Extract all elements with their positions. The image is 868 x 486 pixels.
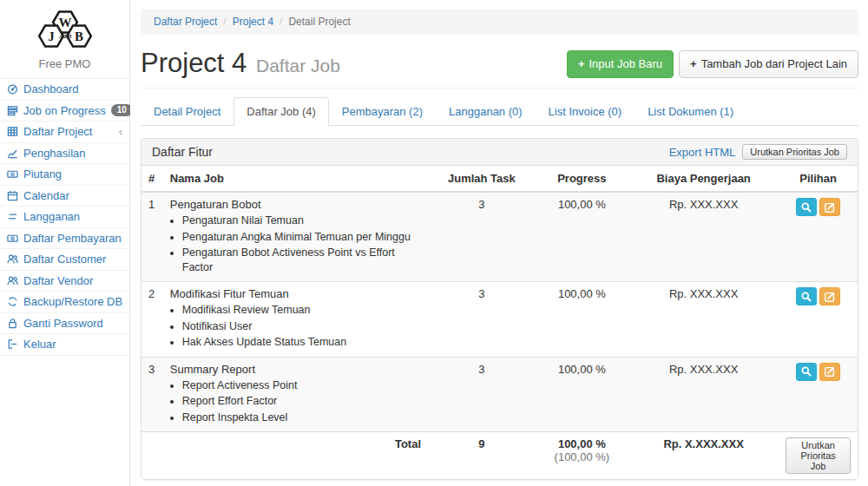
search-icon: [800, 365, 812, 378]
subtask-item: Pengaturan Nilai Temuan: [182, 213, 421, 228]
progress-value: 100,00 %: [536, 282, 628, 358]
calendar-icon: [7, 190, 18, 201]
sidebar-item-label: Keluar: [23, 338, 56, 351]
row-num: 3: [141, 357, 163, 432]
sign-out-icon: [7, 338, 18, 350]
plus-icon: +: [690, 56, 697, 72]
panel-heading: Daftar Fitur Export HTML Urutkan Priorit…: [141, 139, 858, 166]
cost-value: Rp. XXX.XXX: [628, 282, 779, 358]
total-progress-alt: (100,00 %): [555, 450, 610, 463]
sidebar-item-label: Job on Progress: [23, 104, 106, 117]
column-header-num: #: [141, 166, 163, 192]
subtask-item: Report Effort Factor: [182, 394, 421, 409]
chevron-left-icon: ‹: [119, 125, 122, 138]
total-task-count: 9: [428, 432, 536, 480]
sidebar-item-daftar-project[interactable]: Daftar Project ‹: [0, 122, 129, 143]
subtask-item: Notifikasi User: [182, 319, 421, 334]
subtask-item: Report Activeness Point: [182, 378, 421, 393]
svg-text:.com: .com: [58, 33, 71, 39]
view-job-button[interactable]: [796, 363, 817, 381]
column-header-pilihan: Pilihan: [779, 166, 858, 192]
edit-job-button[interactable]: [819, 363, 840, 381]
edit-job-button[interactable]: [819, 198, 840, 216]
row-num: 2: [141, 282, 163, 358]
users-icon: [7, 275, 18, 286]
button-label: Input Job Baru: [589, 56, 662, 72]
breadcrumb-daftar-project[interactable]: Daftar Project: [154, 16, 217, 28]
sidebar-item-label: Langganan: [23, 210, 80, 223]
job-name: Modifikasi Fitur Temuan: [170, 287, 421, 300]
sidebar: W J B .com Free PMO Dashboard Job on Pro…: [0, 0, 130, 486]
panel-daftar-fitur: Daftar Fitur Export HTML Urutkan Priorit…: [141, 138, 858, 480]
app-window: W J B .com Free PMO Dashboard Job on Pro…: [0, 0, 868, 486]
search-icon: [800, 291, 812, 303]
sidebar-item-job-on-progress[interactable]: Job on Progress 10: [0, 101, 129, 122]
total-label: Total: [163, 432, 428, 480]
subtask-list: Modifikasi Review Temuan Notifikasi User…: [182, 303, 421, 350]
urutkan-prioritas-job-button[interactable]: Urutkan Prioritas Job: [742, 144, 847, 160]
sidebar-item-daftar-pembayaran[interactable]: Daftar Pembayaran: [0, 228, 129, 250]
sidebar-item-penghasilan[interactable]: Penghasilan: [0, 143, 129, 165]
export-html-link[interactable]: Export HTML: [669, 146, 736, 159]
sidebar-item-keluar[interactable]: Keluar: [0, 334, 129, 356]
tab-langganan[interactable]: Langganan (0): [436, 97, 536, 126]
column-header-nama-job: Nama Job: [163, 166, 428, 192]
task-count: 3: [428, 357, 536, 432]
sidebar-item-langganan[interactable]: Langganan: [0, 207, 129, 228]
table-icon: [7, 126, 18, 137]
edit-job-button[interactable]: [819, 287, 840, 305]
tab-list-invoice[interactable]: List Invoice (0): [536, 97, 635, 126]
tab-list-dokumen[interactable]: List Dokumen (1): [635, 97, 746, 126]
subtask-list: Report Activeness Point Report Effort Fa…: [182, 378, 421, 425]
search-icon: [800, 201, 812, 213]
sidebar-item-backup-restore-db[interactable]: Backup/Restore DB: [0, 292, 129, 313]
table-header-row: # Nama Job Jumlah Task Progress Biaya Pe…: [141, 166, 858, 192]
brand: W J B .com Free PMO: [0, 0, 129, 70]
sidebar-item-label: Daftar Vendor: [23, 274, 93, 287]
cost-value: Rp. XXX.XXX: [628, 357, 779, 432]
task-count: 3: [428, 282, 536, 358]
breadcrumb: Daftar ProjectProject 4Detail Project: [141, 9, 858, 35]
sidebar-item-label: Backup/Restore DB: [23, 295, 122, 308]
sidebar-item-piutang[interactable]: Piutang: [0, 164, 129, 186]
tab-daftar-job[interactable]: Daftar Job (4): [233, 97, 328, 126]
sidebar-menu: Dashboard Job on Progress 10 Daftar Proj…: [0, 78, 129, 356]
sidebar-item-label: Daftar Pembayaran: [23, 232, 122, 245]
sidebar-item-daftar-customer[interactable]: Daftar Customer: [0, 249, 129, 271]
column-header-biaya-pengerjaan: Biaya Pengerjaan: [628, 166, 779, 192]
task-count: 3: [428, 192, 536, 282]
exchange-icon: [7, 211, 18, 222]
breadcrumb-project-4[interactable]: Project 4: [217, 16, 273, 28]
tab-detail-project[interactable]: Detail Project: [141, 97, 233, 126]
main-content: Daftar ProjectProject 4Detail Project Pr…: [130, 0, 868, 486]
tambah-job-dari-project-lain-button[interactable]: + Tambah Job dari Project Lain: [679, 50, 858, 78]
job-name: Summary Report: [170, 363, 421, 376]
sidebar-item-dashboard[interactable]: Dashboard: [0, 79, 129, 101]
view-job-button[interactable]: [796, 198, 817, 216]
view-job-button[interactable]: [796, 287, 817, 305]
job-name: Pengaturan Bobot: [170, 198, 421, 211]
lock-icon: [7, 318, 18, 329]
panel-title: Daftar Fitur: [152, 145, 213, 159]
tab-pembayaran[interactable]: Pembayaran (2): [329, 97, 436, 126]
page-subtitle: Daftar Job: [256, 56, 340, 76]
money-icon: [7, 168, 18, 180]
column-header-jumlah-task: Jumlah Task: [428, 166, 536, 192]
input-job-baru-button[interactable]: + Input Job Baru: [567, 50, 674, 78]
daftar-fitur-table: # Nama Job Jumlah Task Progress Biaya Pe…: [141, 166, 858, 479]
subtask-item: Modifikasi Review Temuan: [182, 303, 421, 318]
total-cost: Rp. X.XXX.XXX: [628, 432, 779, 480]
sidebar-item-daftar-vendor[interactable]: Daftar Vendor: [0, 271, 129, 292]
sidebar-item-ganti-password[interactable]: Ganti Password: [0, 313, 129, 335]
urutkan-prioritas-job-button[interactable]: Urutkan Prioritas Job: [786, 437, 851, 474]
svg-text:J: J: [48, 30, 55, 43]
progress-value: 100,00 %: [536, 192, 628, 282]
sidebar-item-label: Calendar: [23, 189, 69, 202]
brand-name: Free PMO: [0, 57, 129, 70]
total-progress: 100,00 % (100,00 %): [536, 432, 628, 480]
sidebar-item-label: Dashboard: [23, 82, 79, 95]
jwb-logo-icon: W J B .com: [36, 7, 94, 50]
pencil-square-icon: [824, 291, 836, 303]
page-header: Project 4 Daftar Job + Input Job Baru + …: [141, 43, 858, 89]
sidebar-item-calendar[interactable]: Calendar: [0, 186, 129, 207]
